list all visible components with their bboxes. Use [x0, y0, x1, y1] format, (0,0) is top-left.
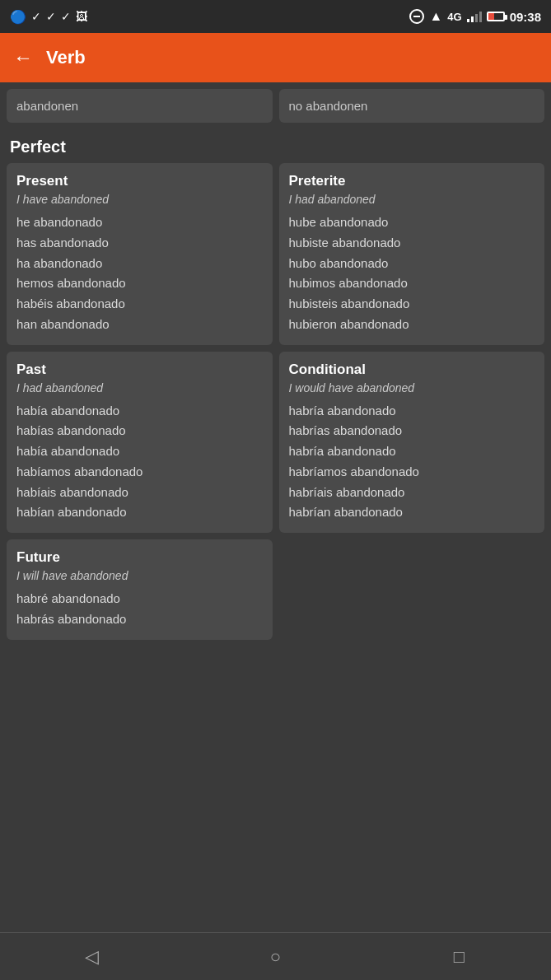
top-cell-right: no abandonen — [279, 89, 545, 123]
list-item: he abandonado — [16, 212, 263, 233]
tense-title-past: Past — [16, 362, 263, 378]
tense-grid: Present I have abandoned he abandonado h… — [7, 163, 544, 640]
tense-card-conditional: Conditional I would have abandoned habrí… — [279, 352, 545, 534]
back-button[interactable]: ← — [13, 46, 33, 69]
list-item: habrás abandonado — [16, 609, 263, 630]
nav-recent-icon: □ — [454, 946, 465, 968]
nav-back-button[interactable]: ◁ — [68, 940, 117, 973]
image-icon: 🖼 — [76, 10, 87, 23]
tense-title-future: Future — [16, 549, 263, 566]
status-bar: 🔵 ✓ ✓ ✓ 🖼 ▲ 4G 09:38 — [0, 0, 551, 33]
swiftkey-icon: 🔵 — [10, 9, 26, 25]
list-item: habíais abandonado — [16, 483, 263, 503]
nav-back-icon: ◁ — [85, 946, 99, 968]
list-item: habrían abandonado — [289, 502, 535, 523]
top-row: abandonen no abandonen — [7, 89, 544, 123]
list-item: habíamos abandonado — [16, 462, 263, 483]
conjugation-list-past: había abandonado habías abandonado había… — [16, 401, 263, 524]
list-item: habrías abandonado — [289, 421, 535, 441]
list-item: hubimos abandonado — [289, 273, 535, 294]
conjugation-list-preterite: hube abandonado hubiste abandonado hubo … — [289, 212, 535, 335]
tense-subtitle-preterite: I had abandoned — [289, 193, 535, 206]
nav-home-button[interactable]: ○ — [251, 940, 301, 973]
bottom-nav: ◁ ○ □ — [0, 932, 551, 980]
conjugation-list-present: he abandonado has abandonado ha abandona… — [16, 212, 263, 335]
dnd-icon — [409, 9, 424, 24]
tense-card-past: Past I had abandoned había abandonado ha… — [7, 352, 273, 534]
tense-subtitle-present: I have abandoned — [16, 193, 263, 206]
list-item: hubieron abandonado — [289, 315, 535, 335]
list-item: hubo abandonado — [289, 254, 535, 274]
list-item: hemos abandonado — [16, 273, 263, 294]
tense-card-future: Future I will have abandoned habré aband… — [7, 539, 273, 640]
nav-home-icon: ○ — [270, 946, 281, 968]
battery-icon — [487, 12, 505, 21]
list-item: habías abandonado — [16, 421, 263, 441]
list-item: ha abandonado — [16, 254, 263, 274]
list-item: habríais abandonado — [289, 483, 535, 503]
network-label: 4G — [447, 11, 461, 23]
list-item: habría abandonado — [289, 401, 535, 422]
tense-subtitle-future: I will have abandoned — [16, 569, 263, 582]
conjugation-list-conditional: habría abandonado habrías abandonado hab… — [289, 401, 535, 524]
status-left-icons: 🔵 ✓ ✓ ✓ 🖼 — [10, 9, 87, 25]
list-item: habéis abandonado — [16, 294, 263, 315]
status-time: 09:38 — [510, 10, 541, 24]
tense-subtitle-conditional: I would have abandoned — [289, 381, 535, 394]
list-item: había abandonado — [16, 441, 263, 462]
section-header-perfect: Perfect — [7, 129, 544, 163]
tense-title-present: Present — [16, 173, 263, 189]
check-icon-3: ✓ — [61, 10, 71, 23]
list-item: habría abandonado — [289, 441, 535, 462]
list-item: hubiste abandonado — [289, 233, 535, 254]
wifi-icon: ▲ — [429, 9, 442, 24]
tense-subtitle-past: I had abandoned — [16, 381, 263, 394]
app-title: Verb — [46, 47, 86, 68]
check-icon-2: ✓ — [46, 10, 56, 23]
conjugation-list-future: habré abandonado habrás abandonado — [16, 589, 263, 630]
tense-card-present: Present I have abandoned he abandonado h… — [7, 163, 273, 345]
list-item: habían abandonado — [16, 502, 263, 523]
signal-icon — [467, 11, 482, 22]
check-icon-1: ✓ — [31, 10, 41, 23]
content-area: abandonen no abandonen Perfect Present I… — [0, 82, 551, 702]
list-item: hubisteis abandonado — [289, 294, 535, 315]
list-item: has abandonado — [16, 233, 263, 254]
status-right-icons: ▲ 4G 09:38 — [409, 9, 541, 24]
tense-card-preterite: Preterite I had abandoned hube abandonad… — [279, 163, 545, 345]
list-item: hube abandonado — [289, 212, 535, 233]
list-item: han abandonado — [16, 315, 263, 335]
list-item: habré abandonado — [16, 589, 263, 609]
tense-title-conditional: Conditional — [289, 362, 535, 378]
top-cell-left: abandonen — [7, 89, 273, 123]
app-bar: ← Verb — [0, 33, 551, 82]
tense-title-preterite: Preterite — [289, 173, 535, 189]
list-item: había abandonado — [16, 401, 263, 422]
nav-recent-button[interactable]: □ — [435, 940, 484, 973]
list-item: habríamos abandonado — [289, 462, 535, 483]
